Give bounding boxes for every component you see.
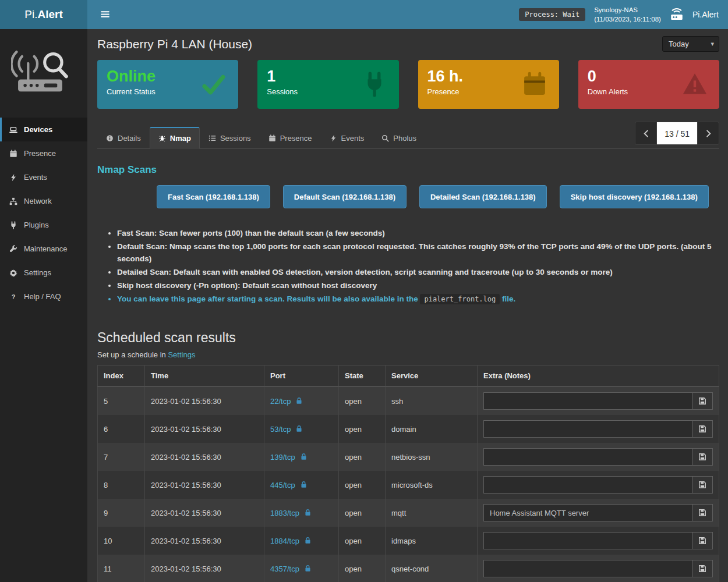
sidebar-toggle-button[interactable] — [97, 5, 114, 24]
table-row: 9 2023-01-02 15:56:30 1883/tcp open mqtt — [98, 499, 719, 527]
tab-nmap[interactable]: Nmap — [150, 127, 200, 149]
table-row: 5 2023-01-02 15:56:30 22/tcp open ssh — [98, 386, 719, 415]
tab-details[interactable]: Details — [97, 127, 150, 149]
svg-text:?: ? — [12, 293, 16, 300]
tab-presence[interactable]: Presence — [260, 127, 321, 149]
hamburger-icon — [100, 9, 110, 19]
note-input[interactable] — [483, 504, 692, 521]
lock-icon — [300, 481, 308, 488]
save-icon — [698, 453, 706, 461]
port-link[interactable]: 4357/tcp — [270, 565, 299, 573]
tab-pholus[interactable]: Pholus — [373, 127, 425, 149]
tab-bar: Details Nmap Sessions Presence Events Ph… — [97, 122, 719, 149]
cell-service: mqtt — [386, 499, 478, 527]
sidebar-item-help-faq[interactable]: ? Help / FAQ — [0, 285, 87, 308]
detailed-scan-192-168-1-138-button[interactable]: Detailed Scan (192.168.1.138) — [419, 185, 547, 208]
sidebar-item-plugins[interactable]: Plugins — [0, 213, 87, 237]
column-index: Index — [98, 365, 145, 387]
sidebar-item-devices[interactable]: Devices — [0, 118, 87, 141]
cell-index: 6 — [98, 415, 145, 443]
settings-link[interactable]: Settings — [168, 350, 195, 359]
port-link[interactable]: 1883/tcp — [270, 509, 299, 517]
table-row: 6 2023-01-02 15:56:30 53/tcp open domain — [98, 415, 719, 443]
note-input[interactable] — [483, 532, 692, 549]
scan-note: Fast Scan: Scan fewer ports (100) than t… — [117, 227, 719, 239]
port-link[interactable]: 139/tcp — [270, 453, 295, 462]
note-input[interactable] — [483, 560, 692, 577]
cell-service: microsoft-ds — [386, 471, 478, 499]
table-row: 11 2023-01-02 15:56:30 4357/tcp open qsn… — [98, 555, 719, 582]
note-input[interactable] — [483, 448, 692, 466]
save-icon — [698, 397, 706, 405]
fast-scan-192-168-1-138-button[interactable]: Fast Scan (192.168.1.138) — [157, 185, 270, 208]
cell-index: 9 — [98, 499, 145, 527]
cell-state: open — [339, 555, 386, 582]
cell-time: 2023-01-02 15:56:30 — [145, 527, 264, 555]
router-icon — [670, 8, 684, 22]
port-link[interactable]: 1884/tcp — [270, 537, 299, 545]
cell-time: 2023-01-02 15:56:30 — [145, 386, 264, 415]
card-sessions[interactable]: 1 Sessions — [257, 60, 398, 109]
schedule-hint: Set up a schedule in Settings — [97, 350, 719, 359]
router-search-logo — [0, 29, 87, 118]
save-icon — [698, 537, 706, 545]
port-link[interactable]: 22/tcp — [270, 397, 291, 406]
lock-icon — [304, 537, 312, 544]
table-row: 10 2023-01-02 15:56:30 1884/tcp open idm… — [98, 527, 719, 555]
save-icon — [698, 565, 706, 573]
note-input[interactable] — [483, 476, 692, 494]
cell-time: 2023-01-02 15:56:30 — [145, 415, 264, 443]
column-service: Service — [386, 365, 478, 387]
table-row: 8 2023-01-02 15:56:30 445/tcp open micro… — [98, 471, 719, 499]
sidebar-item-presence[interactable]: Presence — [0, 141, 87, 165]
cell-state: open — [339, 527, 386, 555]
sidebar-item-network[interactable]: Network — [0, 189, 87, 213]
lock-icon — [295, 425, 303, 432]
device-pager: 13 / 51 — [635, 122, 719, 145]
check-icon — [201, 72, 227, 97]
chevron-right-icon — [704, 129, 713, 138]
cell-service: idmaps — [386, 527, 478, 555]
prev-device-button[interactable] — [635, 122, 657, 145]
lock-icon — [304, 565, 312, 572]
note-input[interactable] — [483, 392, 692, 410]
period-select[interactable]: Today ▾ — [662, 36, 719, 52]
save-note-button[interactable] — [692, 392, 713, 410]
default-scan-192-168-1-138-button[interactable]: Default Scan (192.168.1.138) — [283, 185, 407, 208]
scan-notes-list: Fast Scan: Scan fewer ports (100) than t… — [100, 227, 719, 306]
top-navbar: Pi.Alert Process: Wait Synology-NAS (11/… — [0, 0, 728, 29]
card-current-status[interactable]: Online Current Status — [97, 60, 238, 109]
chevron-left-icon — [642, 129, 651, 138]
device-tabs: Details Nmap Sessions Presence Events Ph… — [97, 127, 425, 148]
question-icon: ? — [9, 293, 18, 301]
port-link[interactable]: 53/tcp — [270, 425, 291, 434]
card-presence[interactable]: 16 h. Presence — [418, 60, 559, 109]
save-note-button[interactable] — [692, 448, 713, 466]
main-content: Raspberry Pi 4 LAN (House) Today ▾ Onlin… — [87, 29, 728, 582]
cell-index: 8 — [98, 471, 145, 499]
sidebar-item-events[interactable]: Events — [0, 165, 87, 189]
cell-state: open — [339, 499, 386, 527]
save-note-button[interactable] — [692, 420, 713, 438]
cell-state: open — [339, 386, 386, 415]
port-link[interactable]: 445/tcp — [270, 481, 295, 489]
next-device-button[interactable] — [697, 122, 719, 145]
sidebar-item-settings[interactable]: Settings — [0, 261, 87, 285]
save-note-button[interactable] — [692, 560, 713, 577]
save-note-button[interactable] — [692, 532, 713, 549]
save-note-button[interactable] — [692, 504, 713, 521]
laptop-icon — [9, 126, 18, 134]
sidebar-item-maintenance[interactable]: Maintenance — [0, 237, 87, 261]
table-header-row: IndexTimePortStateServiceExtra (Notes) — [98, 365, 719, 387]
cell-time: 2023-01-02 15:56:30 — [145, 499, 264, 527]
app-logo[interactable]: Pi.Alert — [0, 0, 87, 29]
gear-icon — [9, 269, 18, 277]
tab-events[interactable]: Events — [321, 127, 373, 149]
card-down-alerts[interactable]: 0 Down Alerts — [578, 60, 719, 109]
tab-sessions[interactable]: Sessions — [200, 127, 260, 149]
warning-icon — [682, 72, 708, 97]
skip-host-discovery-192-168-1-138-button[interactable]: Skip host discovery (192.168.1.138) — [560, 185, 709, 208]
save-note-button[interactable] — [692, 476, 713, 494]
nas-name: Synology-NAS — [594, 5, 661, 15]
note-input[interactable] — [483, 420, 692, 438]
